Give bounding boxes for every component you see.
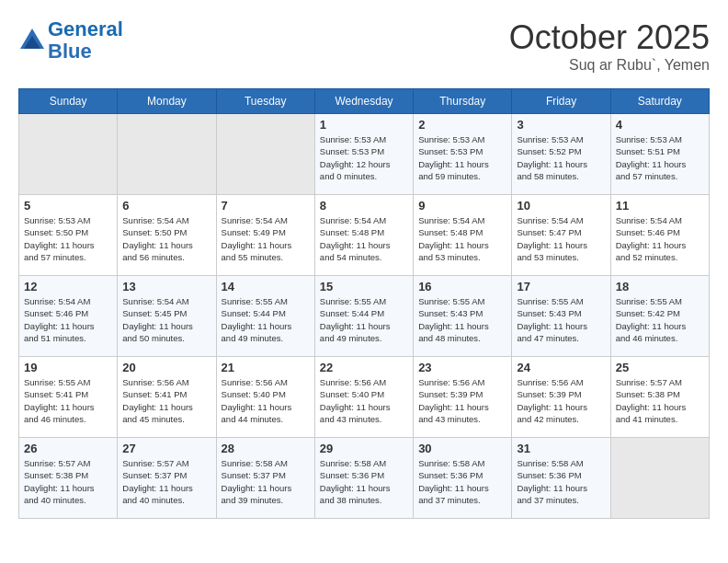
day-info: Sunrise: 5:53 AM Sunset: 5:51 PM Dayligh… xyxy=(616,133,704,182)
day-number: 10 xyxy=(517,199,605,213)
day-number: 8 xyxy=(320,199,408,213)
day-info: Sunrise: 5:58 AM Sunset: 5:37 PM Dayligh… xyxy=(222,457,310,506)
logo-general: General xyxy=(48,17,123,40)
calendar-week-4: 19Sunrise: 5:55 AM Sunset: 5:41 PM Dayli… xyxy=(19,357,710,438)
location-subtitle: Suq ar Rubu`, Yemen xyxy=(509,57,710,74)
calendar-cell: 9Sunrise: 5:54 AM Sunset: 5:48 PM Daylig… xyxy=(414,195,512,276)
day-number: 16 xyxy=(418,280,506,293)
day-number: 19 xyxy=(24,361,112,374)
calendar-cell: 13Sunrise: 5:54 AM Sunset: 5:45 PM Dayli… xyxy=(118,276,216,357)
day-info: Sunrise: 5:57 AM Sunset: 5:38 PM Dayligh… xyxy=(616,376,704,425)
weekday-header-monday: Monday xyxy=(118,89,216,114)
calendar-week-1: 1Sunrise: 5:53 AM Sunset: 5:53 PM Daylig… xyxy=(19,114,710,195)
calendar-cell: 30Sunrise: 5:58 AM Sunset: 5:36 PM Dayli… xyxy=(414,438,512,519)
calendar-cell: 27Sunrise: 5:57 AM Sunset: 5:37 PM Dayli… xyxy=(118,438,216,519)
day-number: 1 xyxy=(320,118,408,132)
weekday-header-row: SundayMondayTuesdayWednesdayThursdayFrid… xyxy=(19,89,710,114)
page-header: General Blue October 2025 Suq ar Rubu`, … xyxy=(18,18,710,74)
day-info: Sunrise: 5:54 AM Sunset: 5:47 PM Dayligh… xyxy=(517,214,605,263)
day-number: 3 xyxy=(517,118,605,132)
month-title: October 2025 xyxy=(509,18,710,57)
logo: General Blue xyxy=(18,18,123,63)
calendar-cell xyxy=(216,114,314,195)
day-info: Sunrise: 5:58 AM Sunset: 5:36 PM Dayligh… xyxy=(517,457,605,506)
day-number: 4 xyxy=(616,118,704,132)
day-info: Sunrise: 5:53 AM Sunset: 5:53 PM Dayligh… xyxy=(320,133,408,182)
day-number: 17 xyxy=(517,280,605,293)
weekday-header-sunday: Sunday xyxy=(19,89,118,114)
title-block: October 2025 Suq ar Rubu`, Yemen xyxy=(509,18,710,74)
day-info: Sunrise: 5:54 AM Sunset: 5:45 PM Dayligh… xyxy=(122,295,210,344)
calendar-cell: 21Sunrise: 5:56 AM Sunset: 5:40 PM Dayli… xyxy=(216,357,314,438)
day-number: 13 xyxy=(122,280,210,293)
day-number: 14 xyxy=(222,280,310,293)
calendar-cell: 31Sunrise: 5:58 AM Sunset: 5:36 PM Dayli… xyxy=(512,438,610,519)
calendar-cell: 7Sunrise: 5:54 AM Sunset: 5:49 PM Daylig… xyxy=(216,195,314,276)
calendar-cell: 8Sunrise: 5:54 AM Sunset: 5:48 PM Daylig… xyxy=(314,195,413,276)
calendar-cell xyxy=(118,114,216,195)
day-info: Sunrise: 5:54 AM Sunset: 5:48 PM Dayligh… xyxy=(418,214,506,263)
day-number: 29 xyxy=(320,442,408,455)
calendar-body: 1Sunrise: 5:53 AM Sunset: 5:53 PM Daylig… xyxy=(19,114,710,519)
day-number: 15 xyxy=(320,280,408,293)
day-info: Sunrise: 5:56 AM Sunset: 5:40 PM Dayligh… xyxy=(320,376,408,425)
logo-text: General Blue xyxy=(48,18,123,63)
calendar-week-3: 12Sunrise: 5:54 AM Sunset: 5:46 PM Dayli… xyxy=(19,276,710,357)
day-number: 5 xyxy=(24,199,112,213)
day-number: 23 xyxy=(418,361,506,374)
day-info: Sunrise: 5:57 AM Sunset: 5:37 PM Dayligh… xyxy=(122,457,210,506)
calendar-cell: 16Sunrise: 5:55 AM Sunset: 5:43 PM Dayli… xyxy=(414,276,512,357)
day-info: Sunrise: 5:55 AM Sunset: 5:41 PM Dayligh… xyxy=(24,376,112,425)
day-info: Sunrise: 5:53 AM Sunset: 5:53 PM Dayligh… xyxy=(418,133,506,182)
calendar-week-2: 5Sunrise: 5:53 AM Sunset: 5:50 PM Daylig… xyxy=(19,195,710,276)
day-number: 26 xyxy=(24,442,112,455)
weekday-header-wednesday: Wednesday xyxy=(314,89,413,114)
calendar-cell: 12Sunrise: 5:54 AM Sunset: 5:46 PM Dayli… xyxy=(19,276,118,357)
day-number: 2 xyxy=(418,118,506,132)
day-info: Sunrise: 5:54 AM Sunset: 5:46 PM Dayligh… xyxy=(616,214,704,263)
calendar-cell: 3Sunrise: 5:53 AM Sunset: 5:52 PM Daylig… xyxy=(512,114,610,195)
day-number: 30 xyxy=(418,442,506,455)
weekday-header-saturday: Saturday xyxy=(610,89,709,114)
calendar-cell: 18Sunrise: 5:55 AM Sunset: 5:42 PM Dayli… xyxy=(610,276,709,357)
calendar-cell: 11Sunrise: 5:54 AM Sunset: 5:46 PM Dayli… xyxy=(610,195,709,276)
day-number: 25 xyxy=(616,361,704,374)
day-number: 6 xyxy=(122,199,210,213)
calendar-cell: 14Sunrise: 5:55 AM Sunset: 5:44 PM Dayli… xyxy=(216,276,314,357)
day-number: 24 xyxy=(517,361,605,374)
day-info: Sunrise: 5:54 AM Sunset: 5:49 PM Dayligh… xyxy=(222,214,310,263)
day-info: Sunrise: 5:58 AM Sunset: 5:36 PM Dayligh… xyxy=(418,457,506,506)
day-info: Sunrise: 5:53 AM Sunset: 5:50 PM Dayligh… xyxy=(24,214,112,263)
calendar-cell: 5Sunrise: 5:53 AM Sunset: 5:50 PM Daylig… xyxy=(19,195,118,276)
calendar-cell: 15Sunrise: 5:55 AM Sunset: 5:44 PM Dayli… xyxy=(314,276,413,357)
calendar-week-5: 26Sunrise: 5:57 AM Sunset: 5:38 PM Dayli… xyxy=(19,438,710,519)
calendar-cell: 20Sunrise: 5:56 AM Sunset: 5:41 PM Dayli… xyxy=(118,357,216,438)
day-info: Sunrise: 5:55 AM Sunset: 5:42 PM Dayligh… xyxy=(616,295,704,344)
day-number: 18 xyxy=(616,280,704,293)
calendar-cell: 29Sunrise: 5:58 AM Sunset: 5:36 PM Dayli… xyxy=(314,438,413,519)
day-number: 11 xyxy=(616,199,704,213)
calendar-cell: 1Sunrise: 5:53 AM Sunset: 5:53 PM Daylig… xyxy=(314,114,413,195)
day-info: Sunrise: 5:56 AM Sunset: 5:41 PM Dayligh… xyxy=(122,376,210,425)
day-number: 31 xyxy=(517,442,605,455)
calendar-cell xyxy=(19,114,118,195)
day-info: Sunrise: 5:54 AM Sunset: 5:48 PM Dayligh… xyxy=(320,214,408,263)
logo-blue: Blue xyxy=(48,40,92,63)
weekday-header-tuesday: Tuesday xyxy=(216,89,314,114)
calendar-cell: 26Sunrise: 5:57 AM Sunset: 5:38 PM Dayli… xyxy=(19,438,118,519)
day-number: 22 xyxy=(320,361,408,374)
day-info: Sunrise: 5:55 AM Sunset: 5:44 PM Dayligh… xyxy=(320,295,408,344)
day-info: Sunrise: 5:55 AM Sunset: 5:43 PM Dayligh… xyxy=(418,295,506,344)
day-info: Sunrise: 5:56 AM Sunset: 5:40 PM Dayligh… xyxy=(222,376,310,425)
day-number: 20 xyxy=(122,361,210,374)
day-info: Sunrise: 5:56 AM Sunset: 5:39 PM Dayligh… xyxy=(418,376,506,425)
day-info: Sunrise: 5:55 AM Sunset: 5:44 PM Dayligh… xyxy=(222,295,310,344)
day-info: Sunrise: 5:53 AM Sunset: 5:52 PM Dayligh… xyxy=(517,133,605,182)
calendar-cell: 23Sunrise: 5:56 AM Sunset: 5:39 PM Dayli… xyxy=(414,357,512,438)
day-number: 7 xyxy=(222,199,310,213)
calendar-cell: 2Sunrise: 5:53 AM Sunset: 5:53 PM Daylig… xyxy=(414,114,512,195)
day-number: 28 xyxy=(222,442,310,455)
day-info: Sunrise: 5:58 AM Sunset: 5:36 PM Dayligh… xyxy=(320,457,408,506)
day-info: Sunrise: 5:55 AM Sunset: 5:43 PM Dayligh… xyxy=(517,295,605,344)
calendar-cell: 6Sunrise: 5:54 AM Sunset: 5:50 PM Daylig… xyxy=(118,195,216,276)
